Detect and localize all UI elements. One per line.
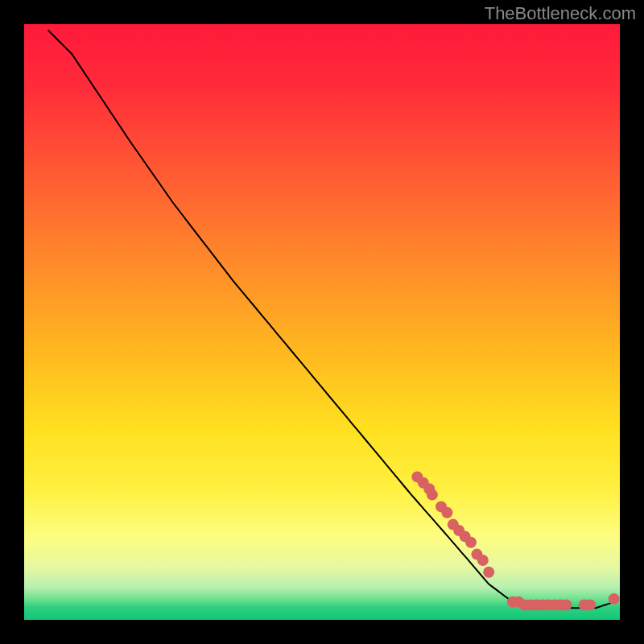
- data-point: [483, 567, 494, 578]
- chart-svg: [24, 24, 620, 620]
- gradient-background: [24, 24, 620, 620]
- watermark-text: TheBottleneck.com: [485, 3, 636, 24]
- data-point: [609, 593, 620, 605]
- data-point: [560, 600, 572, 611]
- data-point: [465, 537, 477, 548]
- chart-container: TheBottleneck.com: [0, 0, 644, 644]
- data-point: [477, 555, 489, 566]
- data-point: [584, 600, 596, 611]
- data-point: [441, 507, 452, 518]
- plot-area: [24, 24, 620, 620]
- data-point: [427, 489, 438, 501]
